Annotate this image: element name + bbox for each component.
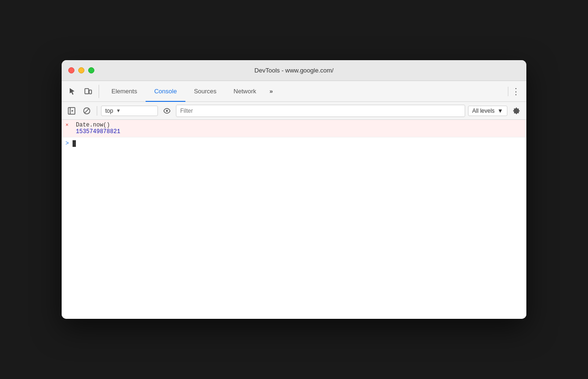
svg-point-7 (166, 110, 168, 112)
tab-console[interactable]: Console (146, 81, 185, 102)
clear-console-button[interactable] (81, 105, 93, 117)
settings-button[interactable] (510, 105, 523, 117)
window-title: DevTools - www.google.com/ (255, 67, 334, 74)
context-arrow: ▼ (116, 108, 121, 113)
tabbar: Elements Console Sources Network » ⋮ (62, 81, 526, 102)
kebab-menu-button[interactable]: ⋮ (509, 85, 523, 98)
console-cursor (73, 140, 76, 147)
console-toolbar: top ▼ All levels ▼ (62, 102, 526, 120)
inspect-icon-button[interactable] (65, 85, 79, 98)
svg-rect-1 (89, 90, 92, 94)
tab-elements[interactable]: Elements (103, 81, 146, 102)
tab-sources[interactable]: Sources (185, 81, 225, 102)
console-input-row[interactable]: > (62, 137, 526, 150)
tab-more-button[interactable]: » (265, 88, 277, 95)
maximize-button[interactable] (88, 67, 94, 73)
traffic-lights (68, 67, 94, 73)
entry-command: Date.now() (76, 122, 120, 128)
svg-rect-0 (85, 89, 89, 94)
levels-arrow: ▼ (497, 108, 503, 114)
tabbar-divider (508, 87, 508, 96)
device-toggle-button[interactable] (82, 85, 95, 98)
svg-marker-4 (72, 110, 74, 112)
sidebar-toggle-button[interactable] (65, 105, 78, 117)
console-output: × Date.now() 1535749878821 > (62, 120, 526, 319)
context-selector[interactable]: top ▼ (101, 106, 158, 116)
titlebar: DevTools - www.google.com/ (62, 60, 526, 81)
tab-network[interactable]: Network (225, 81, 265, 102)
filter-input[interactable] (176, 105, 465, 117)
minimize-button[interactable] (78, 67, 84, 73)
entry-value: 1535749878821 (76, 128, 120, 135)
toolbar-icons (65, 85, 99, 98)
entry-content: Date.now() 1535749878821 (76, 122, 120, 135)
devtools-window: DevTools - www.google.com/ Elements (62, 60, 526, 319)
prompt-icon: > (65, 140, 69, 147)
watch-expressions-button[interactable] (161, 105, 173, 117)
close-button[interactable] (68, 67, 74, 73)
toolbar-divider (97, 106, 97, 116)
console-entry-error: × Date.now() 1535749878821 (62, 120, 526, 137)
log-levels-selector[interactable]: All levels ▼ (468, 106, 507, 116)
error-icon: × (65, 122, 73, 128)
svg-line-6 (85, 109, 89, 113)
